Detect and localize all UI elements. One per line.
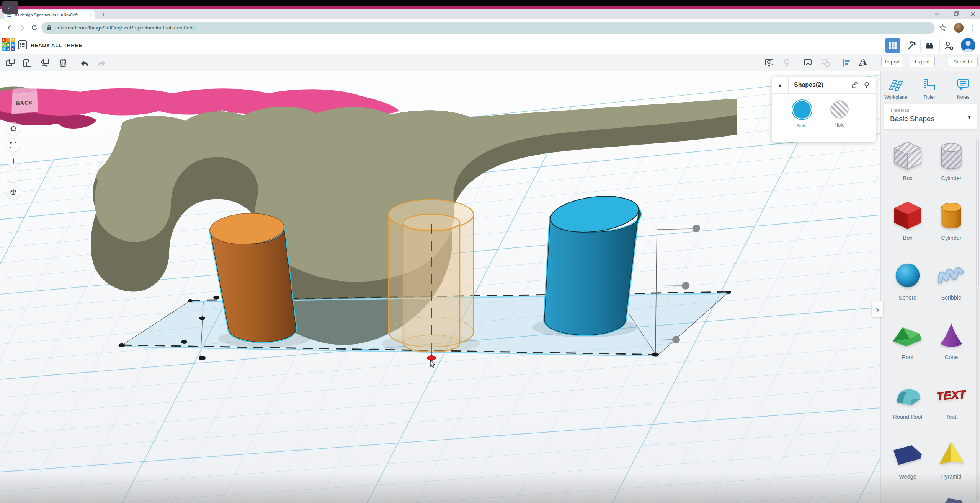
logo-tile: K (2, 42, 6, 47)
shape-icon (934, 496, 969, 503)
viewport-3d[interactable]: BACK (0, 71, 880, 503)
shape-label: Roof (886, 354, 929, 360)
shape-icon (934, 437, 969, 472)
divider (902, 39, 902, 52)
solid-label: Solid (789, 123, 815, 129)
shape-tile[interactable]: Cylinder (930, 138, 973, 181)
solid-option[interactable]: Solid (789, 100, 815, 129)
shape-icon: TEXT (934, 377, 969, 412)
hide-lightbulb-icon[interactable] (863, 81, 871, 89)
shape-tile[interactable]: Round Roof (886, 377, 929, 420)
delete-icon[interactable] (58, 58, 68, 68)
ruler-label: Ruler (915, 94, 944, 100)
hole-swatch (830, 100, 849, 119)
account-avatar[interactable] (961, 38, 975, 52)
tab-title: 3D design Spectacular Luulia-Crift (14, 13, 87, 17)
shape-label: Scribble (930, 295, 973, 301)
blocks-view-button[interactable] (885, 38, 900, 53)
notes-tool[interactable]: Notes (948, 77, 978, 100)
minecraft-export-button[interactable] (903, 38, 919, 53)
solid-swatch (792, 100, 812, 119)
shape-tile[interactable] (886, 496, 929, 503)
library-scrollbar[interactable] (976, 138, 979, 501)
shape-tile[interactable]: Sphere (886, 258, 929, 301)
shape-tile[interactable]: Cylinder (930, 198, 973, 241)
shape-tile[interactable]: Cone (930, 317, 973, 360)
shape-label: Cone (930, 354, 973, 360)
blue-cylinder[interactable] (544, 192, 641, 335)
shape-tile[interactable]: Wedge (886, 437, 929, 480)
browser-back-icon[interactable] (6, 24, 13, 31)
panel-collapse-button[interactable]: ▲ (772, 77, 789, 93)
shape-tile[interactable]: TEXT Text (930, 377, 973, 420)
tinker-lightbulb-icon[interactable] (782, 58, 792, 68)
undo-icon[interactable] (80, 58, 90, 68)
browser-forward-icon[interactable] (18, 24, 26, 31)
scrollbar-thumb[interactable] (976, 139, 979, 288)
divider (939, 39, 940, 52)
export-button[interactable]: Export (910, 57, 935, 67)
ghost-cylinder[interactable] (389, 200, 474, 352)
shape-icon (890, 258, 925, 293)
zoom-in-button[interactable] (7, 155, 20, 168)
paste-icon[interactable] (22, 58, 32, 68)
perspective-toggle-button[interactable] (7, 186, 20, 199)
share-invite-button[interactable] (941, 38, 956, 53)
view-cube[interactable]: BACK (11, 87, 38, 114)
logo-tile: I (6, 38, 10, 42)
duplicate-icon[interactable] (40, 58, 50, 68)
shape-icon (890, 377, 925, 412)
shape-label: Text (930, 414, 973, 420)
send-to-button[interactable]: Send To (948, 57, 978, 67)
shape-label: Cylinder (930, 235, 973, 241)
zoom-out-button[interactable] (7, 169, 20, 182)
panel-expand-button[interactable]: › (872, 301, 883, 317)
fit-view-button[interactable] (7, 139, 20, 152)
design-properties-icon[interactable] (18, 40, 28, 50)
bookmark-star-icon[interactable] (939, 24, 947, 32)
brick-export-button[interactable] (922, 38, 937, 53)
shape-tile[interactable]: Scribble (930, 258, 973, 301)
inspector-title: Shapes(2) (794, 81, 851, 88)
browser-reload-icon[interactable] (31, 24, 38, 31)
group-icon[interactable] (803, 58, 813, 68)
back-overlay-button[interactable]: ← (2, 1, 18, 14)
minimize-icon[interactable] (934, 11, 940, 17)
editor-toolbar (0, 54, 980, 71)
shape-icon (934, 198, 969, 233)
workplane-tool[interactable]: Workplane (881, 77, 911, 100)
url-text: tinkercad.com/things/2alOeqhzxiP-spectac… (55, 25, 195, 31)
close-icon[interactable] (970, 11, 976, 17)
back-arrow-icon: ← (7, 3, 14, 11)
url-field[interactable]: tinkercad.com/things/2alOeqhzxiP-spectac… (41, 22, 935, 34)
align-icon[interactable] (841, 58, 851, 68)
browser-avatar[interactable] (954, 23, 964, 33)
restore-icon[interactable] (953, 11, 959, 17)
hole-option[interactable]: Hole (826, 100, 853, 128)
copy-icon[interactable] (5, 58, 15, 68)
minus-icon (10, 172, 17, 180)
shape-tile[interactable]: Box (886, 198, 929, 241)
tab-close-icon[interactable]: × (89, 12, 92, 18)
shape-icon (890, 198, 925, 233)
browser-menu-icon[interactable]: ⋮ (969, 24, 975, 32)
theme-accent-strip (0, 6, 980, 9)
show-all-icon[interactable] (764, 58, 774, 68)
tinkercad-logo[interactable]: TINKERCAD (2, 38, 15, 51)
redo-icon[interactable] (96, 58, 106, 68)
shape-tile[interactable]: Roof (886, 317, 929, 360)
import-button[interactable]: Import (881, 57, 903, 67)
view-cube-label: BACK (16, 99, 33, 106)
shape-label: Wedge (886, 474, 929, 480)
mirror-icon[interactable] (858, 58, 868, 68)
unlock-icon[interactable] (851, 81, 858, 89)
library-dropdown[interactable]: Tinkercad Basic Shapes ▼ (884, 104, 977, 129)
home-view-button[interactable] (7, 122, 20, 135)
ungroup-icon[interactable] (821, 58, 831, 68)
ruler-tool[interactable]: Ruler (915, 77, 944, 100)
shape-tile[interactable]: Pyramid (930, 437, 973, 480)
new-tab-button[interactable]: + (100, 11, 107, 19)
tinkercad-header (0, 36, 980, 54)
shape-tile[interactable] (930, 496, 973, 503)
shape-tile[interactable]: Box (886, 138, 929, 181)
